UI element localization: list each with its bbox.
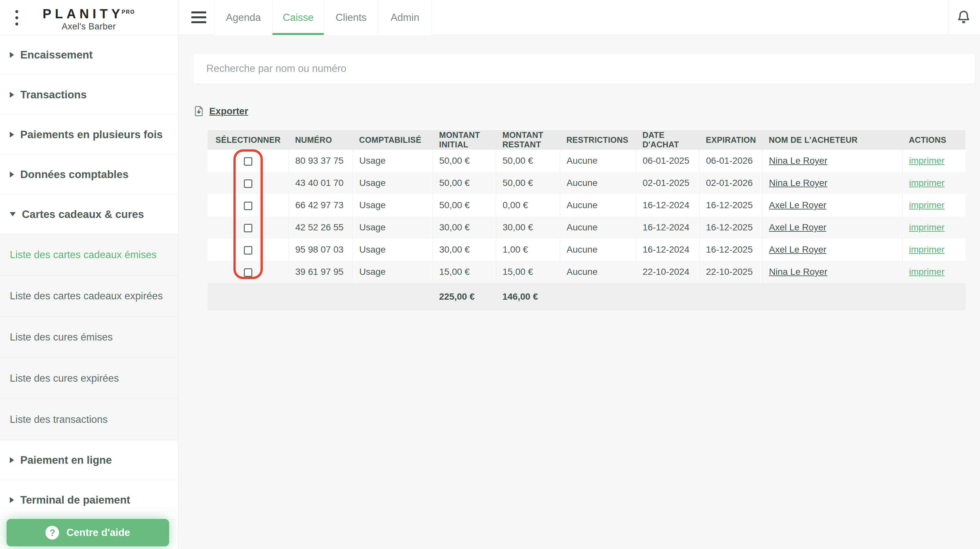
total-montant-initial: 225,00 € [433,283,496,310]
top-bar: PLANITYPRO Axel's Barber Agenda Caisse C… [0,0,980,35]
table-row: 95 98 07 03 Usage 30,00 € 1,00 € Aucune … [208,239,966,261]
sidebar-item-transactions[interactable]: Transactions [0,75,178,115]
cell-date-achat: 22-10-2024 [636,261,699,283]
cell-restrictions: Aucune [560,239,636,261]
print-link[interactable]: imprimer [909,222,945,232]
row-checkbox[interactable] [244,224,252,232]
print-link[interactable]: imprimer [909,156,945,166]
cell-numero: 95 98 07 03 [289,239,353,261]
cell-expiration: 16-12-2025 [699,239,762,261]
cell-numero: 39 61 97 95 [289,261,353,283]
cell-date-achat: 02-01-2025 [636,172,699,194]
table-row: 42 52 26 55 Usage 30,00 € 30,00 € Aucune… [208,216,966,239]
export-button[interactable]: Exporter [193,105,248,118]
sidebar-item-label: Cartes cadeaux & cures [22,208,144,220]
cell-date-achat: 16-12-2024 [636,239,699,261]
tab-caisse[interactable]: Caisse [272,0,324,35]
sidebar-subitem-label: Liste des cures émises [10,331,113,343]
cell-numero: 43 40 01 70 [289,172,353,194]
print-link[interactable]: imprimer [909,178,945,188]
cell-montant-restant: 50,00 € [496,172,560,194]
row-checkbox[interactable] [244,268,252,277]
totals-row: 225,00 € 146,00 € [208,283,966,310]
table-row: 39 61 97 95 Usage 15,00 € 15,00 € Aucune… [208,261,966,283]
triangle-right-icon [10,497,14,503]
sidebar-item-label: Données comptables [20,168,129,181]
cell-comptabilise: Usage [353,261,433,283]
cell-montant-initial: 30,00 € [433,216,496,239]
row-checkbox[interactable] [244,157,252,166]
print-link[interactable]: imprimer [909,267,945,277]
kebab-menu-icon[interactable] [11,8,22,27]
row-checkbox[interactable] [244,179,252,188]
sidebar-item-label: Paiements en plusieurs fois [20,128,162,141]
brand-logo: PLANITYPRO Axel's Barber [30,5,148,32]
cell-montant-restant: 0,00 € [496,194,560,216]
buyer-link[interactable]: Nina Le Royer [769,156,827,166]
sidebar-item-donnees-comptables[interactable]: Données comptables [0,155,178,195]
table-row: 80 93 37 75 Usage 50,00 € 50,00 € Aucune… [208,150,966,172]
sidebar-item-terminal-de-paiement[interactable]: Terminal de paiement [0,480,178,520]
question-icon: ? [45,526,59,539]
print-link[interactable]: imprimer [909,244,945,255]
tab-admin[interactable]: Admin [378,0,432,35]
sidebar-subitem-liste-transactions[interactable]: Liste des transactions [0,399,178,440]
sidebar-item-paiements-plusieurs-fois[interactable]: Paiements en plusieurs fois [0,115,178,155]
cell-restrictions: Aucune [560,150,636,172]
cell-comptabilise: Usage [353,172,433,194]
main-content: Exporter SÉLECTIONNER NUMÉRO COMPTABILIS… [178,35,980,549]
sidebar-subitem-cartes-cadeaux-expirees[interactable]: Liste des cartes cadeaux expirées [0,276,178,317]
buyer-link[interactable]: Axel Le Royer [769,200,827,210]
gift-cards-table: SÉLECTIONNER NUMÉRO COMPTABILISÉ MONTANT… [208,130,966,310]
sidebar-subitem-label: Liste des cartes cadeaux expirées [10,290,163,302]
help-center-label: Centre d'aide [66,527,130,539]
hamburger-menu-icon[interactable] [191,11,207,24]
column-header-comptabilise: COMPTABILISÉ [353,130,433,150]
cell-montant-initial: 50,00 € [433,172,496,194]
triangle-right-icon [10,172,14,177]
notification-bell-icon[interactable] [955,9,972,26]
file-download-icon [193,105,205,118]
buyer-link[interactable]: Nina Le Royer [769,267,827,277]
tab-clients[interactable]: Clients [324,0,378,35]
column-header-restrictions: RESTRICTIONS [560,130,636,150]
tab-agenda[interactable]: Agenda [214,0,272,35]
triangle-right-icon [10,457,14,463]
sidebar-subitem-cures-emises[interactable]: Liste des cures émises [0,317,178,358]
export-label: Exporter [209,106,248,117]
export-row: Exporter [193,105,975,118]
help-center-button[interactable]: ? Centre d'aide [6,519,169,546]
cell-montant-restant: 15,00 € [496,261,560,283]
table-row: 66 42 97 73 Usage 50,00 € 0,00 € Aucune … [208,194,966,216]
sidebar-subitem-label: Liste des transactions [10,414,108,426]
buyer-link[interactable]: Axel Le Royer [769,244,827,255]
sidebar-subitem-cures-expirees[interactable]: Liste des cures expirées [0,358,178,399]
cell-restrictions: Aucune [560,216,636,239]
sidebar-item-label: Paiement en ligne [20,454,112,466]
buyer-link[interactable]: Nina Le Royer [769,178,827,188]
main-nav-tabs: Agenda Caisse Clients Admin [214,0,432,35]
cell-numero: 42 52 26 55 [289,216,353,239]
sidebar-subitem-cartes-cadeaux-emises[interactable]: Liste des cartes cadeaux émises [0,234,178,276]
row-checkbox[interactable] [244,246,252,255]
print-link[interactable]: imprimer [909,200,945,210]
cell-date-achat: 16-12-2024 [636,194,699,216]
cell-expiration: 02-01-2026 [699,172,762,194]
cell-montant-restant: 1,00 € [496,239,560,261]
cell-montant-initial: 50,00 € [433,194,496,216]
sidebar-item-cartes-cadeaux-cures[interactable]: Cartes cadeaux & cures [0,195,178,234]
cell-numero: 66 42 97 73 [289,194,353,216]
row-checkbox[interactable] [244,202,252,210]
cell-restrictions: Aucune [560,261,636,283]
buyer-link[interactable]: Axel Le Royer [769,222,827,232]
table-header-row: SÉLECTIONNER NUMÉRO COMPTABILISÉ MONTANT… [208,130,966,150]
logo-text: PLANITYPRO [30,5,148,21]
cell-montant-initial: 15,00 € [433,261,496,283]
sidebar-item-encaissement[interactable]: Encaissement [0,35,178,75]
sidebar-subitem-label: Liste des cartes cadeaux émises [10,249,157,261]
triangle-right-icon [10,92,14,98]
column-header-selectionner: SÉLECTIONNER [208,130,289,150]
sidebar-item-paiement-en-ligne[interactable]: Paiement en ligne [0,440,178,480]
search-input[interactable] [193,53,975,84]
table-row: 43 40 01 70 Usage 50,00 € 50,00 € Aucune… [208,172,966,194]
